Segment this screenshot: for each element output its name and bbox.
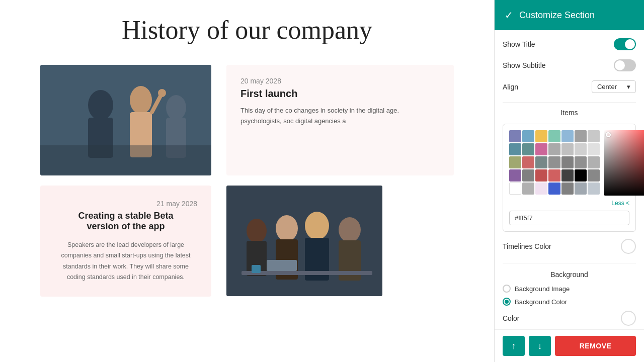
swatch-34[interactable] xyxy=(575,183,587,195)
svg-point-7 xyxy=(158,89,166,97)
swatch-14[interactable] xyxy=(588,143,600,155)
color-picker-area: Less < xyxy=(503,124,636,232)
swatch-33[interactable] xyxy=(561,183,574,195)
swatch-20[interactable] xyxy=(575,156,587,168)
swatch-16[interactable] xyxy=(522,156,534,168)
timeline-card-pink: 21 may 2028 Creating a stable Betaversio… xyxy=(40,186,211,297)
swatch-5[interactable] xyxy=(561,130,574,142)
swatch-4[interactable] xyxy=(548,130,560,142)
gradient-picker-area xyxy=(604,130,644,196)
swatch-15[interactable] xyxy=(509,156,521,168)
timeline-info-card-1: 20 may 2028 First launch This day of the… xyxy=(226,65,454,175)
align-dropdown[interactable]: Center ▾ xyxy=(592,80,636,93)
swatch-18[interactable] xyxy=(548,156,560,168)
swatch-9[interactable] xyxy=(522,143,534,155)
bg-image-label: Background Image xyxy=(515,285,570,293)
swatch-19[interactable] xyxy=(561,156,574,168)
remove-button[interactable]: REMOVE xyxy=(555,336,636,356)
bg-image-radio-row: Background Image xyxy=(503,285,636,293)
swatch-35[interactable] xyxy=(588,183,600,195)
check-icon: ✓ xyxy=(505,9,513,21)
timeline-date-1: 20 may 2028 xyxy=(240,77,440,85)
swatch-26[interactable] xyxy=(561,169,574,182)
background-section-label: Background xyxy=(503,270,636,279)
timeline-container: 20 may 2028 First launch This day of the… xyxy=(0,65,494,297)
timelines-color-row: Timelines Color xyxy=(503,239,636,254)
swatch-22[interactable] xyxy=(509,169,521,182)
timeline-photo-2 xyxy=(226,186,382,296)
move-up-button[interactable]: ↑ xyxy=(503,336,525,356)
svg-rect-22 xyxy=(267,260,297,271)
timelines-color-circle[interactable] xyxy=(621,239,636,254)
swatch-27[interactable] xyxy=(575,169,587,182)
main-content: History of our company xyxy=(0,0,494,362)
swatch-8[interactable] xyxy=(509,143,521,155)
color-picker-popup: Less < xyxy=(503,124,636,232)
show-subtitle-toggle[interactable] xyxy=(614,59,636,71)
timeline-row-1: 20 may 2028 First launch This day of the… xyxy=(40,65,454,175)
bg-color-circle[interactable] xyxy=(621,311,636,326)
panel-header-title: Customize Section xyxy=(519,10,595,21)
swatch-30[interactable] xyxy=(522,183,534,195)
show-title-row: Show Title xyxy=(503,38,636,50)
swatch-31[interactable] xyxy=(535,183,547,195)
timelines-color-label: Timelines Color xyxy=(503,242,551,250)
hex-input[interactable] xyxy=(509,211,629,225)
page-title: History of our company xyxy=(0,0,494,65)
bg-image-radio[interactable] xyxy=(503,285,511,293)
right-panel: ✓ Customize Section Show Title Show Subt… xyxy=(494,0,644,362)
align-row: Align Center ▾ xyxy=(503,80,636,93)
swatch-21[interactable] xyxy=(588,156,600,168)
dropdown-arrow-icon: ▾ xyxy=(627,83,630,90)
svg-point-4 xyxy=(130,86,152,114)
svg-point-15 xyxy=(276,215,298,241)
swatch-3[interactable] xyxy=(535,130,547,142)
swatch-13[interactable] xyxy=(575,143,587,155)
move-down-button[interactable]: ↓ xyxy=(529,336,551,356)
swatch-6[interactable] xyxy=(575,130,587,142)
swatch-11[interactable] xyxy=(548,143,560,155)
swatch-12[interactable] xyxy=(561,143,574,155)
timeline-photo-1 xyxy=(40,65,211,175)
svg-point-13 xyxy=(247,219,267,243)
panel-header: ✓ Customize Section xyxy=(495,0,644,30)
align-value: Center xyxy=(597,83,617,90)
swatch-7[interactable] xyxy=(588,130,600,142)
swatch-28[interactable] xyxy=(588,169,600,182)
color-row: Color xyxy=(503,311,636,326)
svg-point-8 xyxy=(166,95,186,120)
swatch-23[interactable] xyxy=(522,169,534,182)
swatch-29[interactable] xyxy=(509,183,521,195)
bg-color-radio-row: Background Color xyxy=(503,298,636,306)
swatch-grid xyxy=(509,130,600,196)
svg-point-17 xyxy=(305,212,329,240)
timeline-date-2: 21 may 2028 xyxy=(54,200,197,208)
swatch-1[interactable] xyxy=(509,130,521,142)
timeline-event-text-2: Speakers are the lead developers of larg… xyxy=(54,240,197,283)
timeline-event-text-1: This day of the co changes in society in… xyxy=(240,106,440,127)
svg-rect-23 xyxy=(252,265,261,273)
show-subtitle-label: Show Subtitle xyxy=(503,61,546,69)
background-section: Background Background Image Background C… xyxy=(503,263,636,326)
svg-rect-21 xyxy=(242,271,372,275)
align-label: Align xyxy=(503,83,518,91)
show-title-toggle[interactable] xyxy=(614,38,636,50)
timeline-row-2: 21 may 2028 Creating a stable Betaversio… xyxy=(40,186,454,297)
svg-point-2 xyxy=(88,90,113,120)
bg-color-radio[interactable] xyxy=(503,298,511,306)
panel-body: Show Title Show Subtitle Align Center ▾ … xyxy=(495,30,644,329)
bg-color-label: Background Color xyxy=(515,298,567,306)
show-title-label: Show Title xyxy=(503,40,535,48)
swatch-32[interactable] xyxy=(548,183,560,195)
panel-footer: ↑ ↓ REMOVE xyxy=(495,329,644,362)
swatch-25[interactable] xyxy=(548,169,560,182)
gradient-field[interactable] xyxy=(604,130,644,196)
svg-point-19 xyxy=(339,217,361,242)
swatch-2[interactable] xyxy=(522,130,534,142)
swatch-24[interactable] xyxy=(535,169,547,182)
swatch-10[interactable] xyxy=(535,143,547,155)
timeline-event-title-2: Creating a stable Betaversion of the app xyxy=(54,211,197,232)
less-link[interactable]: Less < xyxy=(509,200,629,207)
svg-rect-10 xyxy=(40,145,211,175)
swatch-17[interactable] xyxy=(535,156,547,168)
